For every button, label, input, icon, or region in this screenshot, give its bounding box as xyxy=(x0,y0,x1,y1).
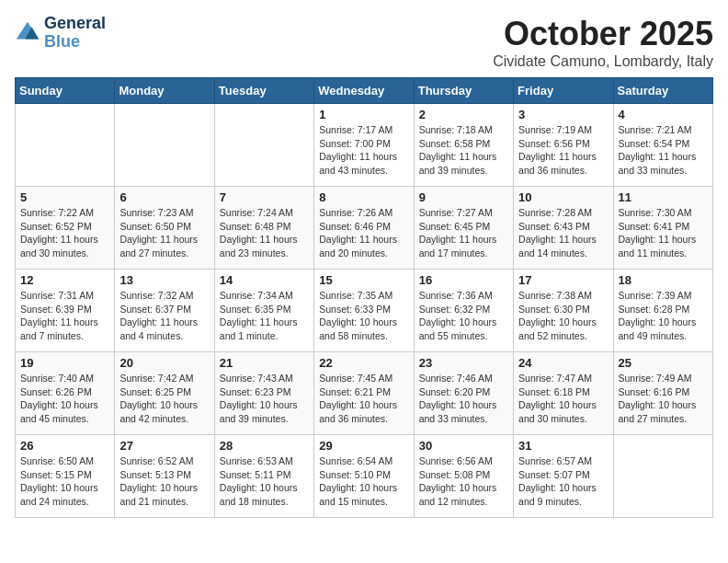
calendar-cell: 31Sunrise: 6:57 AMSunset: 5:07 PMDayligh… xyxy=(514,435,613,518)
day-info: Sunrise: 7:18 AMSunset: 6:58 PMDaylight:… xyxy=(419,123,508,178)
calendar-cell: 3Sunrise: 7:19 AMSunset: 6:56 PMDaylight… xyxy=(514,104,613,187)
day-number: 17 xyxy=(518,273,608,287)
day-number: 24 xyxy=(518,356,608,370)
day-info: Sunrise: 7:45 AMSunset: 6:21 PMDaylight:… xyxy=(319,372,408,426)
calendar-cell: 7Sunrise: 7:24 AMSunset: 6:48 PMDaylight… xyxy=(214,187,313,270)
weekday-header-sunday: Sunday xyxy=(16,78,115,104)
day-number: 6 xyxy=(119,190,209,204)
weekday-header-friday: Friday xyxy=(514,78,613,104)
day-number: 5 xyxy=(20,190,109,204)
calendar-cell: 8Sunrise: 7:26 AMSunset: 6:46 PMDaylight… xyxy=(314,187,414,270)
day-info: Sunrise: 7:35 AMSunset: 6:33 PMDaylight:… xyxy=(319,289,408,343)
day-info: Sunrise: 7:39 AMSunset: 6:28 PMDaylight:… xyxy=(619,289,708,343)
calendar-cell: 26Sunrise: 6:50 AMSunset: 5:15 PMDayligh… xyxy=(16,435,115,518)
calendar-cell: 15Sunrise: 7:35 AMSunset: 6:33 PMDayligh… xyxy=(314,270,414,352)
calendar-cell: 16Sunrise: 7:36 AMSunset: 6:32 PMDayligh… xyxy=(414,270,513,352)
day-number: 22 xyxy=(319,356,408,370)
day-info: Sunrise: 7:32 AMSunset: 6:37 PMDaylight:… xyxy=(119,289,209,343)
day-info: Sunrise: 6:56 AMSunset: 5:08 PMDaylight:… xyxy=(419,454,508,509)
day-number: 20 xyxy=(119,356,209,370)
calendar-table: SundayMondayTuesdayWednesdayThursdayFrid… xyxy=(15,77,713,518)
day-number: 10 xyxy=(518,190,608,204)
day-info: Sunrise: 6:50 AMSunset: 5:15 PMDaylight:… xyxy=(20,454,109,509)
calendar-week-4: 19Sunrise: 7:40 AMSunset: 6:26 PMDayligh… xyxy=(16,352,713,435)
day-info: Sunrise: 7:38 AMSunset: 6:30 PMDaylight:… xyxy=(518,289,608,343)
day-info: Sunrise: 7:30 AMSunset: 6:41 PMDaylight:… xyxy=(619,206,708,260)
day-number: 15 xyxy=(319,273,408,287)
logo-text: General Blue xyxy=(44,15,106,52)
day-number: 19 xyxy=(20,356,109,370)
calendar-cell xyxy=(115,104,214,187)
page-header: General Blue October 2025 Cividate Camun… xyxy=(15,15,713,70)
day-number: 26 xyxy=(20,439,109,453)
day-info: Sunrise: 7:40 AMSunset: 6:26 PMDaylight:… xyxy=(20,372,109,426)
calendar-cell: 20Sunrise: 7:42 AMSunset: 6:25 PMDayligh… xyxy=(115,352,214,435)
location-title: Cividate Camuno, Lombardy, Italy xyxy=(493,53,713,70)
day-info: Sunrise: 7:47 AMSunset: 6:18 PMDaylight:… xyxy=(518,372,608,426)
calendar-week-1: 1Sunrise: 7:17 AMSunset: 7:00 PMDaylight… xyxy=(16,104,713,187)
weekday-header-saturday: Saturday xyxy=(613,78,712,104)
calendar-cell: 17Sunrise: 7:38 AMSunset: 6:30 PMDayligh… xyxy=(514,270,613,352)
day-info: Sunrise: 7:24 AMSunset: 6:48 PMDaylight:… xyxy=(220,206,309,260)
calendar-cell: 14Sunrise: 7:34 AMSunset: 6:35 PMDayligh… xyxy=(214,270,313,352)
calendar-cell: 21Sunrise: 7:43 AMSunset: 6:23 PMDayligh… xyxy=(214,352,313,435)
day-number: 8 xyxy=(319,190,408,204)
day-info: Sunrise: 7:26 AMSunset: 6:46 PMDaylight:… xyxy=(319,206,408,260)
month-title: October 2025 xyxy=(493,15,713,53)
calendar-cell: 11Sunrise: 7:30 AMSunset: 6:41 PMDayligh… xyxy=(613,187,712,270)
calendar-cell xyxy=(16,104,115,187)
day-info: Sunrise: 6:52 AMSunset: 5:13 PMDaylight:… xyxy=(119,454,209,509)
day-info: Sunrise: 7:43 AMSunset: 6:23 PMDaylight:… xyxy=(220,372,309,426)
calendar-cell: 12Sunrise: 7:31 AMSunset: 6:39 PMDayligh… xyxy=(16,270,115,352)
day-info: Sunrise: 6:54 AMSunset: 5:10 PMDaylight:… xyxy=(319,454,408,509)
day-info: Sunrise: 7:36 AMSunset: 6:32 PMDaylight:… xyxy=(419,289,508,343)
day-info: Sunrise: 7:19 AMSunset: 6:56 PMDaylight:… xyxy=(518,123,608,178)
calendar-cell: 30Sunrise: 6:56 AMSunset: 5:08 PMDayligh… xyxy=(414,435,513,518)
day-info: Sunrise: 7:21 AMSunset: 6:54 PMDaylight:… xyxy=(619,123,708,178)
calendar-cell: 25Sunrise: 7:49 AMSunset: 6:16 PMDayligh… xyxy=(613,352,712,435)
day-info: Sunrise: 7:42 AMSunset: 6:25 PMDaylight:… xyxy=(119,372,209,426)
calendar-week-5: 26Sunrise: 6:50 AMSunset: 5:15 PMDayligh… xyxy=(16,435,713,518)
title-area: October 2025 Cividate Camuno, Lombardy, … xyxy=(493,15,713,70)
calendar-cell: 19Sunrise: 7:40 AMSunset: 6:26 PMDayligh… xyxy=(16,352,115,435)
day-number: 4 xyxy=(619,108,708,121)
calendar-week-2: 5Sunrise: 7:22 AMSunset: 6:52 PMDaylight… xyxy=(16,187,713,270)
calendar-cell: 22Sunrise: 7:45 AMSunset: 6:21 PMDayligh… xyxy=(314,352,414,435)
day-number: 30 xyxy=(419,439,508,453)
calendar-cell: 1Sunrise: 7:17 AMSunset: 7:00 PMDaylight… xyxy=(314,104,414,187)
day-number: 21 xyxy=(220,356,309,370)
day-info: Sunrise: 6:57 AMSunset: 5:07 PMDaylight:… xyxy=(518,454,608,509)
day-info: Sunrise: 6:53 AMSunset: 5:11 PMDaylight:… xyxy=(220,454,309,509)
calendar-cell xyxy=(214,104,313,187)
calendar-cell: 4Sunrise: 7:21 AMSunset: 6:54 PMDaylight… xyxy=(613,104,712,187)
weekday-header-row: SundayMondayTuesdayWednesdayThursdayFrid… xyxy=(16,78,713,104)
day-number: 9 xyxy=(419,190,508,204)
calendar-cell: 5Sunrise: 7:22 AMSunset: 6:52 PMDaylight… xyxy=(16,187,115,270)
day-info: Sunrise: 7:17 AMSunset: 7:00 PMDaylight:… xyxy=(319,123,408,178)
day-info: Sunrise: 7:28 AMSunset: 6:43 PMDaylight:… xyxy=(518,206,608,260)
day-number: 31 xyxy=(518,439,608,453)
day-number: 12 xyxy=(20,273,109,287)
day-number: 16 xyxy=(419,273,508,287)
day-info: Sunrise: 7:49 AMSunset: 6:16 PMDaylight:… xyxy=(619,372,708,426)
weekday-header-tuesday: Tuesday xyxy=(214,78,313,104)
day-info: Sunrise: 7:46 AMSunset: 6:20 PMDaylight:… xyxy=(419,372,508,426)
day-number: 23 xyxy=(419,356,508,370)
day-number: 1 xyxy=(319,108,408,121)
weekday-header-wednesday: Wednesday xyxy=(314,78,414,104)
calendar-cell: 10Sunrise: 7:28 AMSunset: 6:43 PMDayligh… xyxy=(514,187,613,270)
day-number: 7 xyxy=(220,190,309,204)
day-info: Sunrise: 7:22 AMSunset: 6:52 PMDaylight:… xyxy=(20,206,109,260)
calendar-cell: 28Sunrise: 6:53 AMSunset: 5:11 PMDayligh… xyxy=(214,435,313,518)
day-number: 2 xyxy=(419,108,508,121)
day-number: 11 xyxy=(619,190,708,204)
calendar-cell: 6Sunrise: 7:23 AMSunset: 6:50 PMDaylight… xyxy=(115,187,214,270)
calendar-cell: 24Sunrise: 7:47 AMSunset: 6:18 PMDayligh… xyxy=(514,352,613,435)
day-number: 13 xyxy=(119,273,209,287)
calendar-cell: 29Sunrise: 6:54 AMSunset: 5:10 PMDayligh… xyxy=(314,435,414,518)
day-number: 25 xyxy=(619,356,708,370)
day-number: 29 xyxy=(319,439,408,453)
calendar-week-3: 12Sunrise: 7:31 AMSunset: 6:39 PMDayligh… xyxy=(16,270,713,352)
calendar-cell: 2Sunrise: 7:18 AMSunset: 6:58 PMDaylight… xyxy=(414,104,513,187)
weekday-header-thursday: Thursday xyxy=(414,78,513,104)
